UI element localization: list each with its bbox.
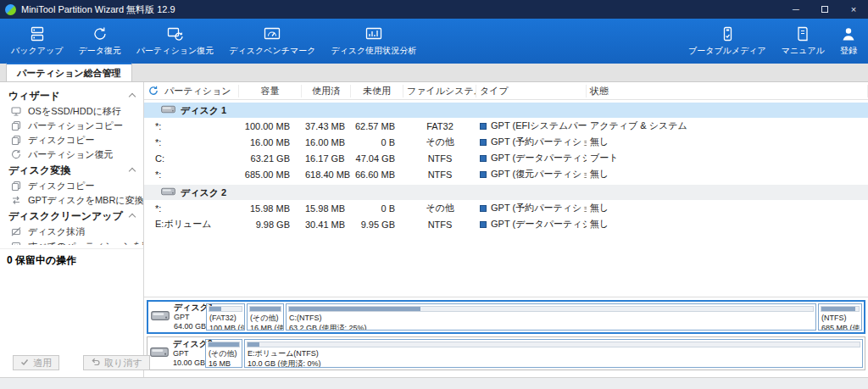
toolbar-item-backup[interactable]: バックアップ (3, 19, 70, 64)
convert-gpt-mbr-icon (11, 195, 22, 206)
partition-block[interactable]: (NTFS)685 MB (使 (818, 303, 862, 331)
column-header-type[interactable]: タイプ (476, 85, 587, 97)
usage-bar (209, 306, 242, 312)
column-header-used[interactable]: 使用済 (302, 85, 351, 97)
cell-unused: 66.60 MB (351, 169, 403, 180)
pending-operations-header: 0 保留中の操作 (0, 248, 143, 268)
toolbar-item-data-recovery[interactable]: データ復元 (70, 19, 128, 64)
sidebar-item[interactable]: OSをSSD/HDDに移行 (0, 104, 143, 119)
partition-row[interactable]: *:15.98 MB15.98 MB0 Bその他GPT (予約パーティション)無… (144, 200, 868, 216)
partition-block[interactable]: E:ボリューム(NTFS)10.0 GB (使用済: 0%) (244, 339, 863, 368)
partition-block[interactable]: (その他)16 MB (使 (247, 303, 284, 331)
disk-group-row[interactable]: ディスク 1 (144, 103, 868, 118)
cell-partition: *: (144, 121, 239, 131)
column-header-partition[interactable]: パーティション (144, 85, 239, 97)
cell-partition: *: (144, 137, 239, 147)
apply-button[interactable]: 適用 (13, 355, 59, 370)
cell-filesystem: NTFS (403, 220, 476, 230)
sidebar-section-wizard[interactable]: ウィザード (0, 87, 143, 104)
sidebar-section-disk-convert[interactable]: ディスク変換 (0, 162, 143, 179)
sidebar-item-label: パーティションコピー (28, 119, 123, 132)
partition-row[interactable]: *:16.00 MB16.00 MB0 Bその他GPT (予約パーティション)無… (144, 134, 868, 150)
cell-used: 15.98 MB (302, 203, 351, 214)
cell-capacity: 9.98 GB (239, 220, 302, 230)
undo-button[interactable]: 取り消す (83, 355, 150, 370)
cell-capacity: 63.21 GB (239, 153, 302, 164)
partition-block[interactable]: C:(NTFS)63.2 GB (使用済: 25%) (286, 303, 816, 331)
sidebar-item[interactable]: パーティションコピー (0, 119, 143, 133)
section-title: ウィザード (8, 89, 130, 103)
cell-type: GPT (データパーティション) (476, 218, 587, 231)
chevron-up-icon (129, 214, 136, 220)
partition-block[interactable]: (その他)16 MB (205, 339, 242, 368)
column-header-status[interactable]: 状態 (587, 85, 868, 97)
partition-size-label: 685 MB (使 (821, 324, 860, 331)
disk-map-info: ディスク2GPT10.00 GB (147, 337, 203, 370)
title-bar: MiniTool Partition Wizard 無料版 12.9 ─ × (0, 0, 868, 19)
cell-used: 30.41 MB (302, 220, 351, 230)
chevron-up-icon (129, 93, 136, 100)
cell-used: 16.17 GB (302, 153, 351, 164)
partition-row[interactable]: C:63.21 GB16.17 GB47.04 GBNTFSGPT (データパー… (144, 150, 868, 166)
sidebar-item[interactable]: ディスクコピー (0, 179, 143, 193)
ribbon-toolbar: バックアップ データ復元 パーティション復元 ディスクベンチマーク ディスク使用… (0, 19, 868, 64)
minimize-button[interactable]: ─ (782, 0, 810, 19)
sidebar-item[interactable]: すべてのパーティションを削除 (0, 239, 143, 245)
tab-partition-management[interactable]: パーティション総合管理 (6, 63, 132, 81)
migrate-os-icon (11, 106, 22, 117)
usage-fill (209, 342, 239, 347)
partition-size-label: 100 MB (使用 (209, 324, 245, 331)
cell-capacity: 100.00 MB (239, 121, 302, 131)
toolbar-label: ディスク使用状況分析 (331, 45, 416, 57)
table-body: ディスク 1*:100.00 MB37.43 MB62.57 MBFAT32GP… (144, 103, 868, 232)
toolbar-item-space-analyzer[interactable]: ディスク使用状況分析 (323, 19, 424, 64)
cell-used: 618.40 MB (302, 169, 351, 180)
column-header-capacity[interactable]: 容量 (239, 85, 302, 97)
toolbar-item-bootable-media[interactable]: ブータブルメディア (681, 19, 774, 64)
manual-icon (794, 25, 811, 42)
toolbar-item-disk-benchmark[interactable]: ディスクベンチマーク (221, 19, 323, 64)
toolbar-item-register[interactable]: 登録 (832, 19, 865, 64)
column-label: パーティション (164, 85, 231, 97)
usage-fill (250, 307, 281, 311)
sidebar-item[interactable]: GPTディスクをMBRに変換 (0, 193, 143, 208)
sidebar-item[interactable]: ディスク抹消 (0, 225, 143, 239)
usage-bar (288, 306, 814, 312)
toolbar-label: 登録 (840, 45, 857, 57)
sidebar-item[interactable]: パーティション復元 (0, 147, 143, 162)
partition-row[interactable]: *:685.00 MB618.40 MB66.60 MBNTFSGPT (復元パ… (144, 166, 868, 182)
cell-status: ブート (587, 152, 868, 164)
cell-partition: C: (144, 153, 239, 164)
disk-map-row[interactable]: ディスク2GPT10.00 GB(その他)16 MBE:ボリューム(NTFS)1… (147, 336, 865, 370)
column-header-filesystem[interactable]: ファイルシステム (403, 85, 476, 97)
partition-type-icon (480, 123, 487, 130)
toolbar-item-manual[interactable]: マニュアル (774, 19, 832, 64)
toolbar-item-partition-recovery[interactable]: パーティション復元 (129, 19, 221, 64)
cell-unused: 62.57 MB (351, 121, 403, 131)
cell-status: 無し (587, 218, 868, 231)
refresh-icon[interactable] (148, 86, 159, 96)
data-recovery-icon (92, 25, 108, 42)
check-icon (20, 358, 29, 368)
sidebar-item[interactable]: ディスクコピー (0, 133, 143, 147)
partition-recovery-icon (167, 25, 184, 42)
action-buttons: 適用 取り消す (13, 355, 150, 370)
maximize-button[interactable] (810, 0, 839, 19)
partition-row[interactable]: *:100.00 MB37.43 MB62.57 MBFAT32GPT (EFI… (144, 118, 868, 134)
disk-copy-icon (11, 181, 22, 192)
partition-block[interactable]: (FAT32)100 MB (使用 (206, 303, 245, 331)
cell-capacity: 685.00 MB (239, 169, 302, 180)
column-header-unused[interactable]: 未使用 (351, 85, 403, 97)
cell-status: 無し (587, 168, 868, 181)
disk-map-row[interactable]: ディスク1GPT64.00 GB(FAT32)100 MB (使用(その他)16… (147, 300, 865, 334)
type-label: GPT (予約パーティション) (491, 136, 587, 148)
cell-status: アクティブ & システム (587, 119, 868, 132)
partition-size-label: 10.0 GB (使用済: 0%) (248, 359, 321, 368)
disk-group-row[interactable]: ディスク 2 (144, 185, 868, 200)
disk-map-info: ディスク1GPT64.00 GB (148, 302, 204, 332)
sidebar-section-disk-cleanup[interactable]: ディスククリーンアップ (0, 208, 143, 225)
cell-used: 16.00 MB (302, 137, 351, 147)
close-button[interactable]: × (839, 0, 868, 19)
undo-icon (91, 358, 100, 368)
partition-row[interactable]: E:ボリューム9.98 GB30.41 MB9.95 GBNTFSGPT (デー… (144, 216, 868, 232)
